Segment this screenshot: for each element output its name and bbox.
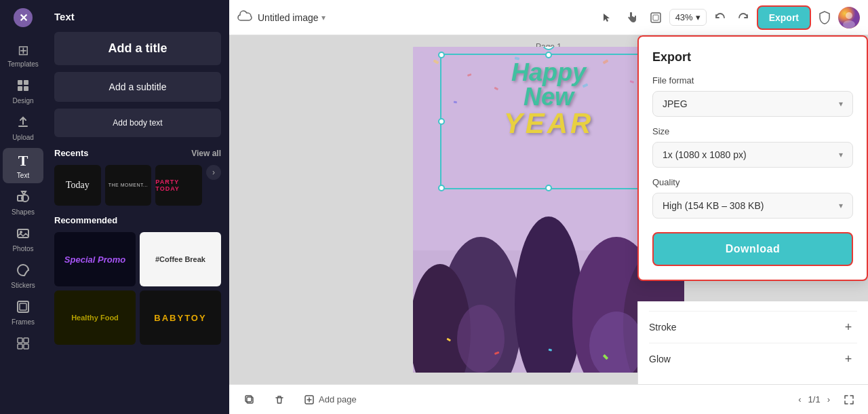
photos-icon bbox=[16, 227, 30, 243]
svg-rect-4 bbox=[18, 86, 22, 91]
add-title-button[interactable]: Add a title bbox=[54, 32, 221, 65]
frames-icon bbox=[16, 300, 30, 316]
expand-button[interactable] bbox=[838, 389, 860, 411]
properties-panel: Stroke + Glow + bbox=[637, 301, 868, 384]
glow-label: Glow bbox=[649, 354, 671, 364]
page-counter: 1/1 bbox=[808, 394, 821, 404]
svg-rect-6 bbox=[18, 126, 28, 127]
sidebar-item-shapes[interactable]: Shapes bbox=[3, 186, 43, 220]
file-format-value: JPEG bbox=[663, 98, 688, 109]
recents-header: Recents View all bbox=[54, 148, 221, 158]
add-stroke-button[interactable]: + bbox=[840, 318, 857, 336]
svg-rect-16 bbox=[24, 344, 28, 349]
doc-title-text: Untitled image bbox=[258, 12, 319, 23]
hand-tool-button[interactable] bbox=[620, 7, 642, 29]
delete-element-button[interactable] bbox=[267, 390, 292, 409]
sidebar-item-more[interactable] bbox=[3, 333, 43, 357]
add-subtitle-button[interactable]: Add a subtitle bbox=[54, 72, 221, 102]
user-avatar[interactable] bbox=[838, 7, 860, 29]
more-icon bbox=[16, 337, 30, 353]
add-glow-button[interactable]: + bbox=[840, 350, 857, 368]
rec-item-baby-toy[interactable]: BABYTOY bbox=[140, 290, 221, 345]
app-logo[interactable]: ✕ bbox=[11, 5, 35, 30]
recents-grid: Today THE MOMENT... PARTY TODAY › bbox=[54, 165, 221, 206]
svg-rect-5 bbox=[24, 86, 28, 91]
sidebar-item-upload-label: Upload bbox=[12, 134, 34, 141]
shield-icon bbox=[814, 7, 835, 29]
file-format-chevron-icon: ▾ bbox=[839, 99, 843, 109]
rec-coffee-break-label: #Coffee Break bbox=[140, 232, 221, 286]
shapes-icon bbox=[16, 190, 30, 206]
svg-point-20 bbox=[846, 12, 852, 19]
sidebar-item-design[interactable]: Design bbox=[3, 75, 43, 109]
svg-rect-2 bbox=[18, 80, 22, 85]
svg-point-21 bbox=[843, 20, 855, 29]
export-button[interactable]: Export bbox=[757, 5, 811, 30]
add-body-button[interactable]: Add body text bbox=[54, 109, 221, 137]
main-area: Untitled image ▾ 43% bbox=[229, 0, 868, 414]
recents-next-button[interactable]: › bbox=[206, 165, 221, 180]
text-panel: Text Add a title Add a subtitle Add body… bbox=[46, 0, 229, 414]
svg-rect-14 bbox=[24, 338, 28, 343]
cloud-icon bbox=[237, 10, 252, 25]
export-panel: Export File format JPEG ▾ Size 1x (1080 … bbox=[637, 35, 868, 281]
sidebar-item-text[interactable]: T Text bbox=[3, 148, 43, 183]
zoom-chevron-icon: ▾ bbox=[696, 12, 701, 22]
bottom-bar: Add page ‹ 1/1 › bbox=[229, 384, 868, 414]
recent-today-label: Today bbox=[66, 180, 90, 191]
rec-item-special-promo[interactable]: Special Promo bbox=[54, 232, 136, 286]
view-all-button[interactable]: View all bbox=[191, 149, 221, 158]
size-dropdown[interactable]: 1x (1080 x 1080 px) ▾ bbox=[652, 142, 853, 168]
quality-dropdown[interactable]: High (154 KB – 308 KB) ▾ bbox=[652, 193, 853, 219]
export-panel-title: Export bbox=[652, 50, 853, 64]
frame-tool-button[interactable] bbox=[645, 7, 667, 29]
text-panel-title: Text bbox=[54, 8, 221, 25]
zoom-control[interactable]: 43% ▾ bbox=[669, 9, 707, 26]
undo-button[interactable] bbox=[709, 7, 731, 29]
size-chevron-icon: ▾ bbox=[839, 150, 843, 159]
recommended-label: Recommended bbox=[54, 215, 221, 225]
zoom-level: 43% bbox=[675, 12, 693, 22]
recent-item-moment[interactable]: THE MOMENT... bbox=[105, 165, 152, 206]
svg-rect-13 bbox=[18, 338, 22, 343]
text-icon: T bbox=[18, 152, 28, 170]
canvas-text-line2: New bbox=[504, 85, 594, 109]
party-text-overlay[interactable]: Happy New YEAR bbox=[504, 60, 594, 138]
recent-item-party[interactable]: PARTY TODAY bbox=[155, 165, 202, 206]
quality-chevron-icon: ▾ bbox=[839, 201, 843, 210]
rec-healthy-food-label: Healthy Food bbox=[54, 290, 136, 345]
redo-button[interactable] bbox=[732, 7, 754, 29]
sidebar-item-stickers[interactable]: Stickers bbox=[3, 259, 43, 293]
svg-rect-15 bbox=[18, 344, 22, 349]
next-page-button[interactable]: › bbox=[825, 392, 833, 407]
sidebar-item-frames-label: Frames bbox=[12, 318, 35, 326]
file-format-label: File format bbox=[652, 75, 853, 86]
sidebar-item-frames[interactable]: Frames bbox=[3, 296, 43, 330]
file-format-dropdown[interactable]: JPEG ▾ bbox=[652, 91, 853, 117]
rec-item-coffee-break[interactable]: #Coffee Break bbox=[140, 232, 221, 286]
templates-icon: ⊞ bbox=[18, 42, 29, 58]
canvas-text-line1: Happy bbox=[504, 60, 594, 85]
sidebar-item-stickers-label: Stickers bbox=[11, 282, 35, 289]
sidebar-item-templates-label: Templates bbox=[7, 60, 39, 68]
recent-party-label: PARTY TODAY bbox=[155, 178, 202, 192]
prev-page-button[interactable]: ‹ bbox=[795, 392, 804, 407]
sidebar-item-templates[interactable]: ⊞ Templates bbox=[3, 38, 43, 72]
sidebar-item-photos[interactable]: Photos bbox=[3, 223, 43, 257]
download-button[interactable]: Download bbox=[652, 232, 853, 266]
stickers-icon bbox=[16, 263, 30, 280]
doc-title[interactable]: Untitled image ▾ bbox=[258, 12, 326, 23]
doc-title-chevron: ▾ bbox=[321, 13, 326, 22]
svg-rect-3 bbox=[24, 80, 28, 85]
recent-item-today[interactable]: Today bbox=[54, 165, 101, 206]
page-nav: ‹ 1/1 › bbox=[795, 392, 833, 407]
select-tool-button[interactable] bbox=[596, 7, 618, 29]
add-page-label: Add page bbox=[319, 394, 357, 404]
quality-label: Quality bbox=[652, 177, 853, 187]
duplicate-element-button[interactable] bbox=[237, 390, 262, 409]
sidebar-item-text-label: Text bbox=[17, 172, 29, 179]
add-page-button[interactable]: Add page bbox=[297, 390, 363, 409]
stroke-label: Stroke bbox=[649, 322, 676, 333]
sidebar-item-upload[interactable]: Upload bbox=[3, 111, 43, 145]
rec-item-healthy-food[interactable]: Healthy Food bbox=[54, 290, 136, 345]
